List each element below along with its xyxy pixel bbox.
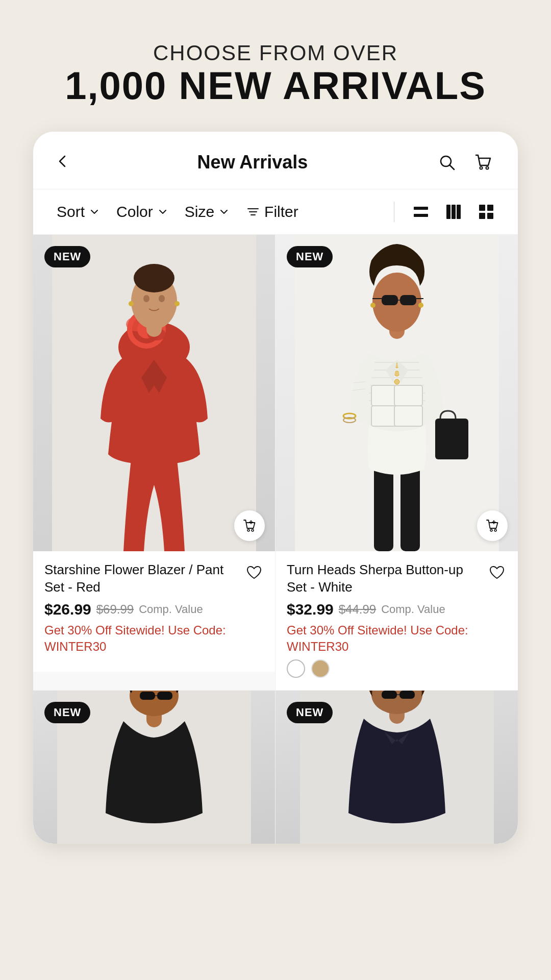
heart-icon [488,564,506,581]
svg-rect-14 [487,213,493,219]
svg-point-56 [490,529,492,531]
svg-rect-44 [435,419,468,459]
svg-point-0 [441,156,451,166]
svg-rect-35 [374,464,393,551]
promo-2: Get 30% Off Sitewide! Use Code: WINTER30 [287,622,507,654]
cart-button[interactable] [471,150,495,175]
add-to-cart-2[interactable] [477,510,508,541]
chevron-down-icon [157,206,168,217]
svg-rect-7 [414,214,428,217]
app-header: New Arrivals [33,132,518,189]
svg-rect-70 [399,691,415,699]
product-card-4: NEW [276,691,518,844]
svg-point-57 [494,529,496,531]
new-badge-1: NEW [44,246,90,267]
svg-rect-69 [382,691,397,699]
comp-value-1: Comp. Value [139,603,203,616]
comp-value-2: Comp. Value [381,603,445,616]
svg-point-28 [129,301,134,306]
svg-point-1 [480,166,483,169]
svg-rect-40 [394,406,422,426]
svg-rect-6 [414,207,428,210]
chevron-down-icon [89,206,100,217]
back-button[interactable] [56,154,70,171]
color-swatches-2 [287,659,507,678]
product-info-1: Starshine Flower Blazer / Pant Set - Red… [33,551,275,672]
grid2-view-icon [477,203,495,221]
product-info-2: Turn Heads Sherpa Button-up Set - White … [276,551,518,690]
product-name-1: Starshine Flower Blazer / Pant Set - Red [44,561,239,596]
svg-rect-63 [140,692,155,700]
product-image-2[interactable]: NEW [276,235,518,551]
app-card: New Arrivals [33,132,518,844]
svg-rect-64 [157,692,172,700]
svg-point-42 [394,371,399,376]
svg-point-29 [174,301,180,306]
hero-subtitle: CHOOSE FROM OVER [65,41,486,65]
search-icon [437,153,457,172]
heart-icon [245,564,263,581]
svg-rect-8 [446,205,450,219]
svg-point-52 [370,303,375,308]
product-grid: NEW Starshine Flower Blazer / Pant S [33,235,518,844]
page-title: New Arrivals [197,152,308,173]
size-button[interactable]: Size [182,201,233,223]
grid3-view-button[interactable] [442,201,465,223]
header-icons [435,150,495,175]
price-current-1: $26.99 [44,601,91,618]
filter-bar: Sort Color Size [33,189,518,235]
hero-title: 1,000 NEW ARRIVALS [65,65,486,106]
hero-section: CHOOSE FROM OVER 1,000 NEW ARRIVALS [65,41,486,106]
svg-rect-10 [457,205,461,219]
new-badge-3: NEW [44,702,90,723]
list-view-button[interactable] [410,201,432,223]
sort-button[interactable]: Sort [54,201,103,223]
svg-rect-13 [479,213,485,219]
svg-point-43 [394,379,399,384]
svg-rect-48 [400,295,416,305]
svg-point-30 [247,529,249,531]
svg-point-27 [159,295,165,302]
product-card-3: NEW [33,691,276,844]
product-card-1: NEW Starshine Flower Blazer / Pant S [33,235,276,691]
filter-divider [394,202,394,222]
grid2-view-button[interactable] [475,201,497,223]
new-badge-2: NEW [287,246,333,267]
svg-rect-47 [382,295,398,305]
svg-point-2 [486,166,489,169]
product-image-1[interactable]: NEW [33,235,275,551]
cart-plus-icon [485,518,500,533]
svg-rect-36 [400,464,420,551]
svg-point-26 [143,295,149,302]
filter-icon [246,205,260,219]
add-to-cart-1[interactable] [234,510,265,541]
svg-point-53 [418,303,423,308]
price-original-1: $69.99 [96,602,134,617]
svg-rect-9 [452,205,456,219]
wishlist-btn-2[interactable] [487,562,507,583]
cart-icon [473,152,493,173]
filter-button[interactable]: Filter [243,201,302,223]
color-swatch-white[interactable] [287,659,305,678]
chevron-down-icon [218,206,230,217]
new-badge-4: NEW [287,702,333,723]
svg-point-31 [252,529,254,531]
svg-rect-38 [394,385,422,406]
svg-rect-12 [487,205,493,211]
svg-rect-11 [479,205,485,211]
price-original-2: $44.99 [339,602,376,617]
page-wrapper: CHOOSE FROM OVER 1,000 NEW ARRIVALS New … [0,0,551,980]
wishlist-btn-1[interactable] [244,562,264,583]
search-button[interactable] [435,151,459,174]
svg-point-25 [144,265,164,281]
color-swatch-gold[interactable] [311,659,330,678]
promo-1: Get 30% Off Sitewide! Use Code: WINTER30 [44,622,264,654]
price-current-2: $32.99 [287,601,334,618]
color-button[interactable]: Color [113,201,171,223]
product-name-2: Turn Heads Sherpa Button-up Set - White [287,561,482,596]
grid3-view-icon [444,203,463,221]
cart-plus-icon [242,518,257,533]
product-card-2: NEW Turn Heads Sherpa Button-up Set [276,235,518,691]
list-view-icon [412,203,430,221]
